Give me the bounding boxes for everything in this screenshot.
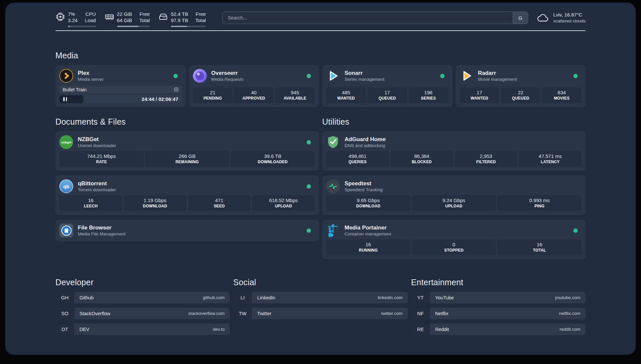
bookmark-url: youtube.com [555,295,580,300]
plex-icon [59,69,73,83]
cpu-monitor: 7% 3.24 CPU Load [55,11,96,28]
memory-free-label: Free [139,11,150,17]
app-name: Plex [78,70,104,76]
app-card-filebrowser[interactable]: File Browser Media File Management [55,220,319,241]
filebrowser-icon [59,224,73,237]
sonarr-icon [326,69,340,83]
stat-pending: 21 PENDING [193,87,233,103]
bookmark-reddit[interactable]: RE Reddit reddit.com [411,323,586,335]
memory-free-value: 22 GiB [117,11,132,17]
memory-total-label: Total [139,17,150,23]
section-social: Social LI LinkedIn linkedin.com TW Twitt… [233,278,408,323]
app-description: Series management [345,76,384,82]
storage-free-label: Free [196,11,206,17]
app-card-adguard[interactable]: AdGuard Home DNS and adblocking 498,461 … [322,131,586,171]
bookmark-name: Twitter [257,311,271,316]
cpu-usage-label: CPU [85,11,96,17]
bookmark-twitter[interactable]: TW Twitter twitter.com [233,308,408,319]
stat-blocked: 86,384 BLOCKED [390,151,453,167]
stat-download: 1.19 Gbps DOWNLOAD [124,195,187,211]
bookmark-youtube[interactable]: YT YouTube youtube.com [411,292,586,303]
adguard-icon [326,135,340,149]
stat-running: 16 RUNNING [326,239,411,255]
bookmark-linkedin[interactable]: LI LinkedIn linkedin.com [233,292,408,303]
bookmark-abbr: GH [55,292,74,303]
radarr-icon [460,69,473,83]
app-name: NZBGet [78,136,116,143]
section-title-developer: Developer [55,278,230,287]
app-name: Speedtest [345,180,383,187]
app-card-speedtest[interactable]: Speedtest Speedtest Tracking 9.65 Gbps D… [322,175,586,215]
stat-rate: 744.21 Mbps RATE [59,151,144,167]
app-card-sonarr[interactable]: Sonarr Series management 485 WANTED 17 Q… [322,65,452,107]
stat-upload: 9.24 Gbps UPLOAD [412,195,496,211]
pause-button[interactable] [63,97,67,101]
cpu-usage-value: 7% [68,11,77,17]
search-engine-button[interactable]: G [513,12,528,24]
app-description: Media File Management [78,231,126,237]
stat-download: 9.65 Gbps DOWNLOAD [326,195,411,211]
cpu-load-value: 3.24 [68,17,77,23]
app-description: DNS and adblocking [345,143,386,149]
bookmark-dev[interactable]: DT DEV dev.to [55,323,230,335]
topbar: 7% 3.24 CPU Load 22 GiB 64 GiB [55,11,586,28]
search-input[interactable] [223,12,513,24]
section-media: Media Plex Media server B [55,51,586,107]
stat-downloaded: 39.6 TB DOWNLOADED [230,151,315,167]
memory-total-value: 64 GiB [117,17,132,23]
search-bar: G [222,12,528,24]
memory-icon [105,12,114,22]
bookmark-stackoverflow[interactable]: SO StackOverflow stackoverflow.com [55,308,230,319]
speedtest-icon [326,179,340,193]
bookmark-abbr: TW [233,308,252,319]
stat-remaining: 266 GB REMAINING [145,151,229,167]
status-dot [307,140,311,144]
bookmark-netflix[interactable]: NF Netflix netflix.com [411,308,586,319]
app-card-nzbget[interactable]: nzbget NZBGet Usenet downloader 744.21 M… [55,131,319,171]
stat-available: 945 AVAILABLE [275,87,315,103]
app-name: Overseerr [211,70,244,76]
bookmark-url: dev.to [213,327,225,332]
stat-ping: 0.993 ms PING [497,195,582,211]
stat-leech: 16 LEECH [59,195,122,211]
bookmark-name: StackOverflow [79,311,110,316]
app-card-portainer[interactable]: Media Portainer Container management 16 … [322,220,586,259]
stat-queued: 22 QUEUED [501,87,540,103]
bookmark-url: netflix.com [559,311,580,316]
storage-progress-bar [171,26,206,27]
stat-wanted: 17 WANTED [460,87,500,103]
app-card-overseerr[interactable]: Overseerr Media Requests 21 PENDING 40 A… [189,65,319,107]
section-title-entertainment: Entertainment [411,278,586,287]
app-description: Movie management [478,76,517,82]
portainer-icon [326,224,340,237]
section-developer: Developer GH Github github.com SO StackO… [55,278,230,339]
app-card-qbittorrent[interactable]: qb qBittorrent Torrent downloader 16 LEE… [55,175,319,215]
bookmark-name: YouTube [435,295,454,300]
status-dot [307,74,311,78]
bookmark-name: DEV [79,327,89,332]
bookmark-abbr: YT [411,292,430,303]
section-title-utilities: Utilities [322,117,586,127]
bookmark-abbr: LI [233,292,252,303]
section-title-media: Media [55,51,586,60]
qbittorrent-icon: qb [59,179,73,193]
section-entertainment: Entertainment YT YouTube youtube.com NF … [411,278,586,339]
app-card-radarr[interactable]: Radarr Movie management 17 WANTED 22 QUE… [456,65,586,107]
bookmark-url: linkedin.com [378,295,403,300]
bookmark-abbr: DT [55,323,74,335]
storage-total-value: 97.9 TB [171,17,188,23]
bookmark-github[interactable]: GH Github github.com [55,292,230,303]
bookmark-abbr: SO [55,308,74,319]
bookmark-name: Netflix [435,311,448,316]
bookmark-abbr: NF [411,308,430,319]
bookmark-name: Reddit [435,327,449,332]
stat-total: 16 TOTAL [497,239,582,255]
app-card-plex[interactable]: Plex Media server Bullet Train 24:44 / 0… [55,65,186,107]
bookmark-url: reddit.com [560,327,580,332]
app-description: Container management [345,231,391,237]
stat-approved: 40 APPROVED [234,87,274,103]
stat-seed: 471 SEED [188,195,251,211]
transcode-icon [173,87,179,92]
app-description: Media server [78,76,104,82]
section-title-documents: Documents & Files [55,117,319,127]
